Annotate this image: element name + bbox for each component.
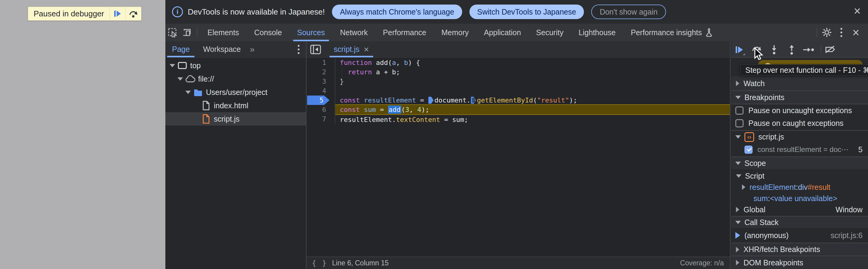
settings-button[interactable] xyxy=(819,25,834,40)
code-line-2[interactable]: return a + b; xyxy=(335,67,730,77)
editor-tab-close-icon[interactable]: × xyxy=(364,44,369,55)
more-tabs-icon[interactable]: » xyxy=(247,45,257,54)
tab-label: Performance xyxy=(383,28,426,37)
scope-section-header[interactable]: Scope xyxy=(731,157,868,169)
inspect-icon xyxy=(168,28,178,37)
tree-item-top[interactable]: top xyxy=(165,59,306,72)
inline-breakpoint-marker-icon[interactable] xyxy=(428,97,433,104)
breakpoint-checkbox[interactable] xyxy=(744,145,753,154)
kebab-icon xyxy=(840,28,842,37)
device-toolbar-button[interactable] xyxy=(180,25,194,40)
coverage-status: Coverage: n/a xyxy=(680,259,724,267)
more-options-button[interactable] xyxy=(834,25,848,40)
tree-item-index-html[interactable]: index.html xyxy=(165,99,306,112)
pause-caught-label: Pause on caught exceptions xyxy=(748,119,843,128)
switch-devtools-japanese-button[interactable]: Switch DevTools to Japanese xyxy=(469,4,584,19)
tab-sources[interactable]: Sources xyxy=(289,24,333,41)
pause-caught-checkbox[interactable] xyxy=(735,119,744,127)
scope-global-row[interactable]: Global Window xyxy=(731,204,868,215)
breakpoint-group-label: script.js xyxy=(758,133,784,141)
code-editor[interactable]: 1234567 function add(a, b) { return a + … xyxy=(307,58,730,257)
step-into-button[interactable] xyxy=(768,44,780,56)
expand-arrow-icon[interactable] xyxy=(185,91,191,94)
main-tabbar: ElementsConsoleSourcesNetworkPerformance… xyxy=(165,24,868,41)
pause-uncaught-checkbox[interactable] xyxy=(735,106,744,115)
breakpoint-file-group[interactable]: ‹› script.js xyxy=(731,130,868,143)
line-number[interactable]: 6 xyxy=(311,105,326,114)
tab-elements[interactable]: Elements xyxy=(200,24,247,41)
code-line-5[interactable]: const resultElement = document.getElemen… xyxy=(335,96,730,105)
watch-section-header[interactable]: Watch xyxy=(731,76,868,90)
breakpoint-line-number: 5 xyxy=(858,145,863,154)
line-number[interactable]: 2 xyxy=(311,67,326,77)
tab-label: Security xyxy=(536,28,563,37)
tab-memory[interactable]: Memory xyxy=(434,24,476,41)
deactivate-breakpoints-button[interactable] xyxy=(824,44,836,56)
code-line-6[interactable]: const sum = add(3, 4); xyxy=(335,104,730,115)
tab-workspace[interactable]: Workspace xyxy=(196,41,247,57)
code-token: 3 xyxy=(405,106,409,113)
dont-show-again-button[interactable]: Don't show again xyxy=(591,4,666,19)
scope-script-row[interactable]: Script xyxy=(731,170,868,181)
code-token: "result" xyxy=(537,97,569,104)
cursor-position: Line 6, Column 15 xyxy=(332,259,389,267)
gutter[interactable]: 1234567 xyxy=(307,58,335,257)
code-line-4[interactable] xyxy=(335,86,730,96)
tree-item-file-[interactable]: file:// xyxy=(165,72,306,85)
scope-var-sum[interactable]: sum: <value unavailable> xyxy=(731,193,868,204)
step-over-banner-button[interactable] xyxy=(125,7,141,20)
line-number[interactable]: 3 xyxy=(311,77,326,86)
devtools-close-button[interactable]: × xyxy=(848,25,863,40)
tree-item-users-user-project[interactable]: Users/user/project xyxy=(165,85,306,99)
expand-arrow-icon[interactable] xyxy=(169,64,175,67)
resume-button[interactable] xyxy=(734,44,746,56)
inline-breakpoint-marker-icon[interactable] xyxy=(471,97,476,104)
chevron-down-icon xyxy=(735,221,741,224)
breakpoint-badge[interactable]: 5 xyxy=(307,96,330,105)
editor-statusbar: { } Line 6, Column 15 Coverage: n/a xyxy=(307,257,730,269)
tab-application[interactable]: Application xyxy=(476,24,528,41)
code-line-7[interactable]: resultElement.textContent = sum; xyxy=(335,115,730,124)
pause-uncaught-row: Pause on uncaught exceptions xyxy=(731,104,868,117)
inspect-element-button[interactable] xyxy=(165,25,180,40)
resume-script-button[interactable] xyxy=(110,7,125,20)
script-file-icon: ‹› xyxy=(744,132,754,142)
tree-item-script-js[interactable]: script.js xyxy=(165,112,306,126)
tab-performance[interactable]: Performance xyxy=(375,24,434,41)
code-line-3[interactable]: } xyxy=(335,77,730,86)
step-button[interactable] xyxy=(803,44,815,56)
paused-banner-label: Paused in debugger xyxy=(28,9,110,19)
notification-close-icon[interactable]: × xyxy=(854,5,861,17)
expand-arrow-icon[interactable] xyxy=(178,77,183,81)
tab-label: Lighthouse xyxy=(579,28,615,37)
line-number[interactable]: 7 xyxy=(311,114,326,124)
scope-var-resultelement[interactable]: resultElement: div#result xyxy=(731,181,868,193)
xhr-breakpoints-header[interactable]: XHR/fetch Breakpoints xyxy=(731,243,868,255)
callstack-frame-row[interactable]: (anonymous) script.js:6 xyxy=(731,228,868,243)
tab-network[interactable]: Network xyxy=(333,24,376,41)
tab-page[interactable]: Page xyxy=(165,41,196,57)
tab-security[interactable]: Security xyxy=(528,24,571,41)
tab-console[interactable]: Console xyxy=(247,24,289,41)
step-out-button[interactable] xyxy=(786,44,798,56)
breakpoint-entry[interactable]: const resultElement = doc⋯ 5 xyxy=(731,143,868,156)
code-token xyxy=(360,97,364,104)
code-token: a xyxy=(392,59,396,66)
pretty-print-icon[interactable]: { } xyxy=(312,259,328,267)
pause-caught-row: Pause on caught exceptions xyxy=(731,117,868,130)
chevron-right-icon xyxy=(736,260,739,265)
navigator-menu-button[interactable] xyxy=(291,42,306,57)
always-match-language-button[interactable]: Always match Chrome's language xyxy=(332,4,462,19)
pause-uncaught-label: Pause on uncaught exceptions xyxy=(748,106,852,115)
toolbar-separator xyxy=(816,28,817,37)
code-line-1[interactable]: function add(a, b) { xyxy=(335,58,730,67)
breakpoints-section-header[interactable]: Breakpoints xyxy=(731,90,868,104)
hide-navigator-button[interactable] xyxy=(308,42,323,57)
callstack-section-header[interactable]: Call Stack xyxy=(731,216,868,228)
editor-tab-script-js[interactable]: script.js × xyxy=(330,41,373,57)
tab-performance-insights[interactable]: Performance insights xyxy=(623,24,720,41)
line-number[interactable]: 1 xyxy=(311,58,326,67)
tab-lighthouse[interactable]: Lighthouse xyxy=(571,24,623,41)
dom-breakpoints-header[interactable]: DOM Breakpoints xyxy=(731,255,868,269)
line-number[interactable]: 4 xyxy=(311,86,326,96)
